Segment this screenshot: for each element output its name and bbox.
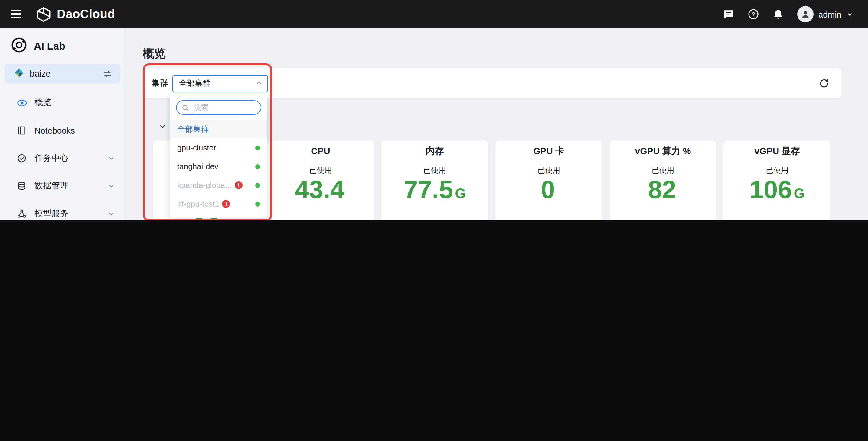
cluster-filter-bar: 集群 全部集群	[143, 68, 841, 99]
cluster-status-dot	[255, 145, 260, 150]
used-value: 43.4	[295, 176, 346, 207]
workspace-selector[interactable]: baize	[4, 64, 120, 83]
task-center-icon	[16, 154, 27, 163]
brand-name: DaoCloud	[57, 7, 115, 21]
sidebar-item[interactable]: 任务中心	[0, 144, 125, 172]
sidebar-item[interactable]: 数据管理	[0, 172, 125, 200]
used-label: 已使用	[309, 166, 332, 175]
used-label: 已使用	[652, 166, 675, 175]
resource-card: 内存已使用77.5G总数200111G	[381, 141, 488, 220]
unit-label: G	[455, 185, 466, 201]
menu-toggle-icon[interactable]	[11, 10, 21, 18]
sidebar-item[interactable]: 概览	[0, 89, 125, 116]
sidebar-item-label: 模型服务	[34, 208, 68, 219]
dropdown-option-label: tanghai-dev	[177, 162, 218, 171]
resource-card-title: 内存	[426, 145, 444, 157]
resource-card: CPU已使用43.4总数1107	[267, 141, 374, 220]
dropdown-search-box	[176, 100, 261, 115]
product-header: AI Lab	[11, 37, 65, 56]
dropdown-option-label: gpu-cluster	[177, 143, 216, 152]
product-name: AI Lab	[34, 40, 65, 52]
daocloud-logo-icon	[36, 6, 52, 22]
dropdown-option-label: 全部集群	[177, 124, 209, 134]
switch-workspace-icon[interactable]	[102, 69, 113, 79]
dropdown-option[interactable]: kpanda-globa...!	[170, 176, 267, 195]
collapse-chevron-icon	[159, 123, 166, 130]
warning-icon: !	[235, 181, 242, 189]
resource-card-title: CPU	[311, 145, 330, 157]
sidebar-item[interactable]: 模型服务	[0, 200, 125, 220]
notebook-icon	[16, 126, 27, 135]
cluster-status-dot	[255, 183, 260, 188]
resource-card: GPU 卡已使用0总数0	[495, 141, 602, 220]
avatar	[797, 6, 813, 22]
data-management-icon	[16, 181, 27, 191]
resource-card: vGPU 显存已使用106G总数4882854G	[724, 141, 831, 220]
user-menu[interactable]: admin	[797, 6, 854, 22]
used-value: 0	[541, 176, 557, 207]
help-icon[interactable]: ?	[748, 8, 759, 20]
dropdown-option-label: kpanda-globa...	[177, 181, 231, 190]
ai-lab-logo-icon	[11, 37, 27, 56]
used-label: 已使用	[766, 166, 788, 175]
resource-card-title: GPU 卡	[533, 145, 564, 157]
chevron-down-icon	[108, 155, 115, 162]
cluster-dropdown-panel: 全部集群gpu-clustertanghai-devkpanda-globa..…	[170, 94, 267, 218]
chevron-down-icon	[846, 10, 854, 18]
sidebar-item[interactable]: Notebooks	[0, 116, 125, 144]
dropdown-option[interactable]: tanghai-dev	[170, 157, 267, 176]
app: DaoCloud ? admin	[0, 0, 868, 220]
cluster-select-value: 全部集群	[179, 78, 255, 89]
warning-icon: !	[222, 200, 230, 208]
sidebar-item-label: 任务中心	[34, 153, 68, 164]
svg-text:?: ?	[751, 11, 755, 18]
model-service-icon	[16, 209, 27, 219]
sidebar-nav: 概览Notebooks任务中心数据管理模型服务	[0, 89, 125, 220]
bell-icon[interactable]	[772, 8, 784, 20]
cluster-select[interactable]: 全部集群	[173, 75, 268, 92]
dropdown-option[interactable]: gpu-cluster	[170, 138, 267, 157]
baize-logo-icon	[14, 67, 24, 80]
sidebar-item-label: 数据管理	[34, 181, 68, 192]
brand[interactable]: DaoCloud	[36, 6, 115, 22]
dropdown-option-label: lrf-gpu-test1	[177, 199, 219, 208]
sidebar-item-label: 概览	[34, 97, 52, 108]
sidebar-item-label: Notebooks	[34, 126, 75, 135]
resource-card-title: vGPU 算力 %	[635, 145, 691, 157]
chevron-down-icon	[108, 182, 115, 190]
used-value: 106G	[749, 176, 805, 207]
sidebar: AI Lab baize 概览Notebooks任务中心数据管理模型服务 平台管…	[0, 28, 125, 220]
resource-card-title: vGPU 显存	[754, 145, 800, 157]
chevron-down-icon	[108, 210, 115, 217]
dropdown-option[interactable]: 全部集群	[170, 120, 267, 138]
cluster-status-dot	[255, 201, 260, 206]
page-title: 概览	[143, 46, 841, 61]
cluster-status-dot	[255, 164, 260, 169]
topbar: DaoCloud ? admin	[0, 0, 868, 28]
cluster-search-input[interactable]	[177, 101, 261, 114]
refresh-icon[interactable]	[818, 78, 830, 89]
dropdown-option[interactable]: lrf-gpu-test1!	[170, 195, 267, 213]
used-value: 82	[648, 176, 678, 207]
resource-card: vGPU 算力 %已使用82总数5000118	[610, 141, 716, 220]
chat-icon[interactable]	[723, 8, 734, 20]
workspace-name: baize	[30, 69, 51, 78]
dropdown-option-list: 全部集群gpu-clustertanghai-devkpanda-globa..…	[170, 120, 267, 213]
used-label: 已使用	[537, 166, 560, 175]
user-name: admin	[818, 9, 841, 19]
used-label: 已使用	[424, 166, 446, 175]
used-value: 77.5G	[404, 176, 466, 207]
eye-icon	[16, 98, 27, 108]
unit-label: G	[794, 185, 805, 201]
cluster-filter-label: 集群	[151, 78, 168, 89]
chevron-up-icon	[255, 78, 262, 89]
